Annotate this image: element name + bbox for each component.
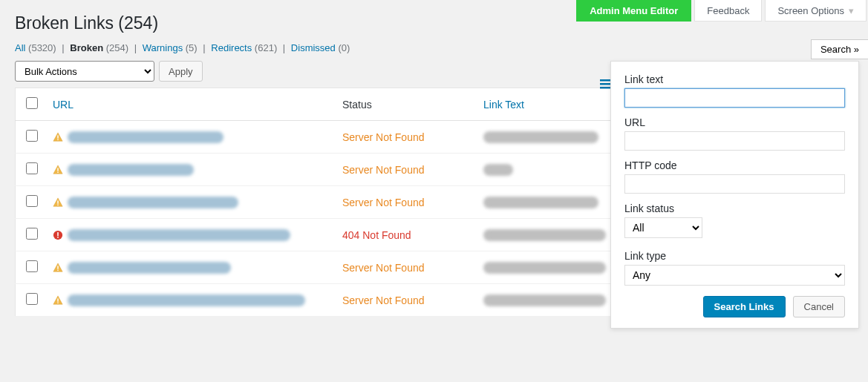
filter-dismissed[interactable]: Dismissed bbox=[291, 42, 336, 53]
row-status: Server Not Found bbox=[342, 262, 425, 274]
apply-button[interactable]: Apply bbox=[159, 61, 203, 82]
filter-tabs: All (5320) | Broken (254) | Warnings (5)… bbox=[15, 42, 853, 53]
row-checkbox[interactable] bbox=[26, 260, 38, 272]
search-panel: Link text URL HTTP code Link status All … bbox=[610, 61, 859, 329]
search-links-submit[interactable]: Search Links bbox=[703, 296, 786, 317]
svg-rect-1 bbox=[600, 83, 610, 85]
admin-menu-editor-button[interactable]: Admin Menu Editor bbox=[576, 0, 691, 22]
search-linktype-select[interactable]: Any bbox=[624, 265, 845, 286]
warning-icon bbox=[53, 132, 63, 142]
filter-all-count: (5320) bbox=[28, 42, 56, 53]
row-url[interactable] bbox=[68, 164, 194, 176]
row-status: 404 Not Found bbox=[342, 229, 411, 241]
row-checkbox[interactable] bbox=[26, 162, 38, 174]
row-url[interactable] bbox=[68, 197, 238, 208]
row-linktext bbox=[483, 131, 598, 143]
col-linktext-header[interactable]: Link Text bbox=[483, 99, 524, 111]
svg-rect-2 bbox=[600, 87, 610, 89]
screen-options-label: Screen Options bbox=[777, 5, 844, 16]
search-httpcode-input[interactable] bbox=[624, 174, 845, 194]
row-url[interactable] bbox=[68, 294, 305, 306]
search-url-input[interactable] bbox=[624, 131, 845, 151]
svg-rect-3 bbox=[57, 136, 58, 139]
row-checkbox[interactable] bbox=[26, 293, 38, 305]
filter-broken[interactable]: Broken bbox=[70, 42, 103, 53]
filter-all[interactable]: All bbox=[15, 42, 25, 53]
filter-redirects[interactable]: Redirects bbox=[211, 42, 252, 53]
svg-rect-13 bbox=[57, 270, 58, 271]
svg-rect-6 bbox=[57, 172, 58, 173]
warning-icon bbox=[53, 165, 63, 175]
search-button[interactable]: Search » bbox=[811, 39, 868, 59]
feedback-button[interactable]: Feedback bbox=[694, 0, 762, 22]
search-linktext-label: Link text bbox=[624, 73, 845, 85]
screen-options-button[interactable]: Screen Options ▾ bbox=[765, 0, 867, 22]
warning-icon bbox=[53, 295, 63, 306]
svg-rect-15 bbox=[57, 303, 58, 303]
svg-rect-14 bbox=[57, 299, 58, 302]
svg-rect-5 bbox=[57, 168, 58, 171]
search-linkstatus-label: Link status bbox=[624, 202, 845, 214]
svg-rect-11 bbox=[57, 237, 59, 238]
row-linktext bbox=[483, 229, 606, 241]
svg-rect-10 bbox=[57, 232, 59, 236]
svg-rect-7 bbox=[57, 201, 58, 204]
search-url-label: URL bbox=[624, 116, 845, 128]
row-checkbox[interactable] bbox=[26, 228, 38, 240]
page-title-count: (254) bbox=[118, 13, 158, 33]
error-icon bbox=[53, 230, 63, 240]
search-linkstatus-select[interactable]: All bbox=[624, 217, 702, 238]
svg-rect-12 bbox=[57, 266, 58, 269]
row-url[interactable] bbox=[68, 262, 231, 274]
svg-rect-8 bbox=[57, 205, 58, 205]
search-linktype-label: Link type bbox=[624, 250, 845, 262]
row-linktext bbox=[483, 197, 598, 208]
row-checkbox[interactable] bbox=[26, 195, 38, 207]
warning-icon bbox=[53, 197, 63, 208]
select-all-checkbox[interactable] bbox=[26, 97, 38, 109]
row-status: Server Not Found bbox=[342, 131, 425, 143]
filter-redirects-count: (621) bbox=[255, 42, 277, 53]
row-checkbox[interactable] bbox=[26, 130, 38, 142]
svg-rect-0 bbox=[600, 79, 610, 82]
row-url[interactable] bbox=[68, 131, 223, 143]
col-status-header: Status bbox=[342, 99, 372, 111]
view-list-icon[interactable] bbox=[600, 79, 610, 89]
row-status: Server Not Found bbox=[342, 294, 425, 306]
filter-warnings[interactable]: Warnings bbox=[143, 42, 183, 53]
row-url[interactable] bbox=[68, 229, 290, 241]
search-linktext-input[interactable] bbox=[624, 88, 845, 108]
search-cancel-button[interactable]: Cancel bbox=[793, 296, 845, 317]
row-status: Server Not Found bbox=[342, 197, 425, 208]
row-linktext bbox=[483, 164, 513, 176]
row-linktext bbox=[483, 294, 606, 306]
filter-dismissed-count: (0) bbox=[338, 42, 350, 53]
top-bar: Admin Menu Editor Feedback Screen Option… bbox=[576, 0, 868, 22]
row-status: Server Not Found bbox=[342, 164, 425, 176]
bulk-actions-select[interactable]: Bulk Actions bbox=[15, 61, 154, 82]
caret-down-icon: ▾ bbox=[849, 5, 854, 16]
filter-broken-count: (254) bbox=[106, 42, 128, 53]
row-linktext bbox=[483, 262, 606, 274]
filter-warnings-count: (5) bbox=[186, 42, 198, 53]
col-url-header[interactable]: URL bbox=[53, 99, 74, 111]
search-httpcode-label: HTTP code bbox=[624, 159, 845, 171]
svg-rect-4 bbox=[57, 139, 58, 140]
page-title-text: Broken Links bbox=[15, 13, 114, 33]
warning-icon bbox=[53, 263, 63, 273]
